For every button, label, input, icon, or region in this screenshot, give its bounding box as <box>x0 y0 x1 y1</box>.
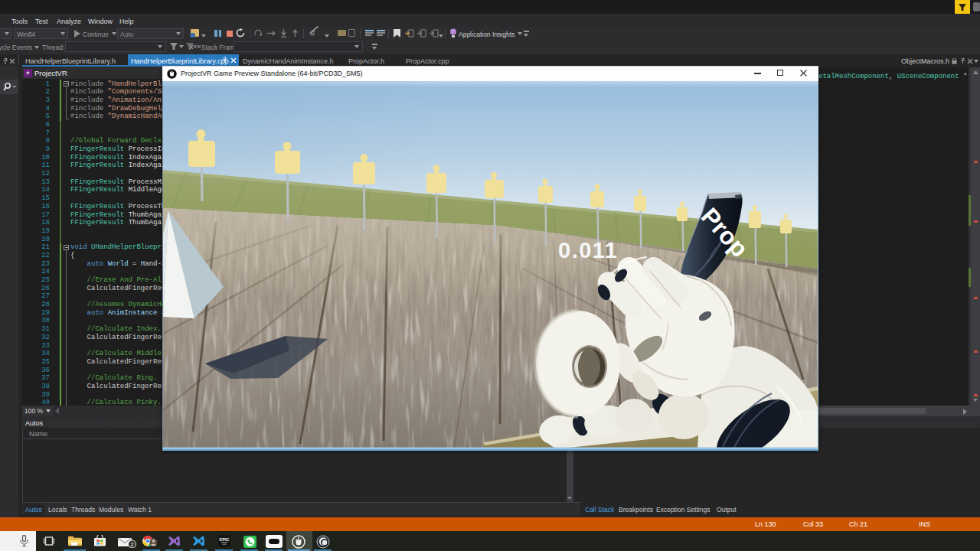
svg-text:EPIC: EPIC <box>220 537 230 542</box>
svg-text:0.011: 0.011 <box>558 238 618 262</box>
svg-text:2: 2 <box>130 541 134 548</box>
